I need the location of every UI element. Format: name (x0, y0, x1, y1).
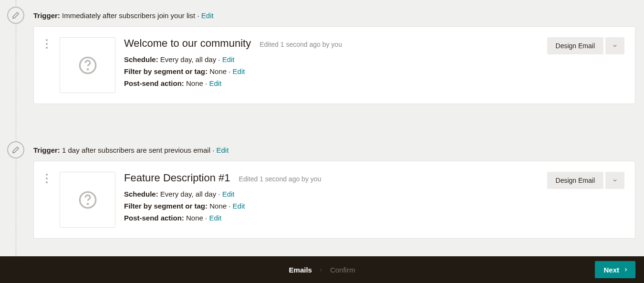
breadcrumb-current[interactable]: Emails (289, 266, 312, 274)
filter-edit-link[interactable]: Edit (233, 67, 245, 75)
schedule-edit-link[interactable]: Edit (222, 190, 235, 198)
schedule-label: Schedule: (124, 190, 158, 198)
trigger-edit-link[interactable]: Edit (217, 146, 229, 154)
footer-bar: Emails Confirm Next (0, 256, 644, 283)
schedule-label: Schedule: (124, 55, 158, 63)
filter-label: Filter by segment or tag: (124, 202, 208, 210)
chevron-right-icon (623, 267, 629, 273)
step-breadcrumb: Emails Confirm (289, 266, 355, 274)
edited-meta: Edited 1 second ago by you (260, 41, 342, 48)
automation-step-2: Trigger: 1 day after subscribers are sen… (9, 104, 635, 239)
filter-edit-link[interactable]: Edit (233, 202, 245, 210)
pencil-icon (11, 146, 20, 154)
question-icon (78, 56, 97, 75)
trigger-label: Trigger: (33, 146, 60, 154)
design-email-dropdown[interactable] (605, 172, 624, 189)
edited-meta: Edited 1 second ago by you (239, 175, 322, 183)
email-title: Feature Description #1 (124, 172, 230, 184)
email-card-1: Welcome to our community Edited 1 second… (33, 26, 635, 104)
trigger-line: Trigger: 1 day after subscribers are sen… (33, 142, 635, 161)
postsend-edit-link[interactable]: Edit (209, 214, 221, 222)
design-email-dropdown[interactable] (605, 37, 624, 54)
filter-label: Filter by segment or tag: (124, 67, 208, 75)
svg-point-3 (87, 203, 88, 204)
question-icon (78, 190, 97, 210)
card-kebab-menu[interactable] (42, 172, 51, 183)
edit-trigger-icon-button[interactable] (7, 7, 24, 24)
design-email-button[interactable]: Design Email (547, 172, 603, 189)
email-thumbnail[interactable] (60, 172, 115, 228)
pencil-icon (11, 11, 20, 20)
automation-step-1: Trigger: Immediately after subscribers j… (9, 0, 635, 104)
trigger-edit-link[interactable]: Edit (201, 11, 214, 20)
postsend-value: None (186, 214, 203, 222)
postsend-label: Post-send action: (124, 79, 184, 87)
trigger-value: Immediately after subscribers join your … (62, 11, 195, 20)
breadcrumb-next[interactable]: Confirm (330, 266, 355, 274)
chevron-down-icon (612, 178, 618, 183)
email-card-2: Feature Description #1 Edited 1 second a… (33, 161, 635, 239)
design-email-button[interactable]: Design Email (547, 37, 603, 54)
schedule-value: Every day, all day (160, 190, 216, 198)
chevron-down-icon (612, 43, 618, 49)
chevron-right-icon (319, 266, 323, 274)
filter-value: None (209, 67, 227, 75)
trigger-label: Trigger: (33, 11, 60, 20)
next-button[interactable]: Next (595, 261, 635, 278)
schedule-edit-link[interactable]: Edit (222, 55, 235, 63)
postsend-value: None (186, 79, 203, 87)
card-kebab-menu[interactable] (42, 37, 51, 49)
email-thumbnail[interactable] (60, 37, 115, 93)
trigger-line: Trigger: Immediately after subscribers j… (33, 8, 635, 26)
postsend-label: Post-send action: (124, 214, 184, 222)
filter-value: None (209, 202, 227, 210)
svg-point-1 (87, 69, 88, 70)
postsend-edit-link[interactable]: Edit (209, 79, 221, 87)
trigger-value: 1 day after subscribers are sent previou… (62, 146, 210, 154)
edit-trigger-icon-button[interactable] (7, 141, 24, 158)
schedule-value: Every day, all day (160, 55, 216, 63)
email-title: Welcome to our community (124, 37, 251, 50)
